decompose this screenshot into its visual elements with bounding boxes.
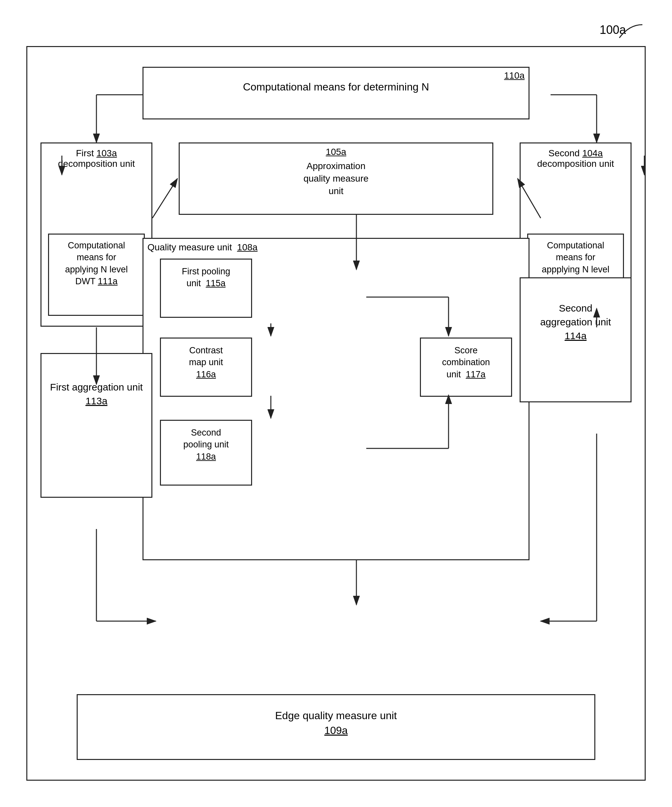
text-118a: Secondpooling unit118a xyxy=(161,421,251,468)
box-117a: Scorecombinationunit 117a xyxy=(420,337,512,397)
box-114a: Secondaggregation unit114a xyxy=(520,277,632,402)
text-105a: Approximationquality measureunit xyxy=(180,157,492,200)
box-113a: First aggregation unit113a xyxy=(40,353,152,498)
box-111a: Computationalmeans forapplying N levelDW… xyxy=(48,234,145,316)
label-103a: 103a xyxy=(96,148,117,158)
diagram-container: 100a 110a Computational means for determ… xyxy=(20,20,652,787)
outer-box: 110a Computational means for determining… xyxy=(26,46,646,781)
text-109a: Edge quality measure unit109a xyxy=(78,695,594,751)
label-104a: 104a xyxy=(582,148,602,158)
box-115a: First poolingunit 115a xyxy=(160,259,252,318)
label-105a: 105a xyxy=(326,147,346,157)
text-103a-sub: decomposition unit xyxy=(42,159,151,169)
box-118a: Secondpooling unit118a xyxy=(160,420,252,486)
text-103a-title: First xyxy=(76,148,96,158)
text-104a-title: Second xyxy=(548,148,582,158)
text-108a: Quality measure unit 108a xyxy=(147,242,258,252)
svg-line-10 xyxy=(152,179,177,218)
box-105a: 105a Approximationquality measureunit xyxy=(179,143,493,215)
box-103a: First 103a decomposition unit Computatio… xyxy=(40,143,152,327)
text-114a: Secondaggregation unit114a xyxy=(521,278,630,366)
text-110a: Computational means for determining N xyxy=(143,78,529,96)
text-116a: Contrastmap unit116a xyxy=(161,339,251,386)
text-113a: First aggregation unit113a xyxy=(42,354,151,434)
text-104a-sub: decomposition unit xyxy=(521,159,630,169)
box-116a: Contrastmap unit116a xyxy=(160,337,252,397)
box-109a: Edge quality measure unit109a xyxy=(77,694,595,760)
text-115a: First poolingunit 115a xyxy=(161,259,251,296)
text-117a: Scorecombinationunit 117a xyxy=(421,339,511,386)
box-108a: Quality measure unit 108a First poolingu… xyxy=(143,238,529,560)
text-111a: Computationalmeans forapplying N levelDW… xyxy=(49,234,144,292)
box-110a: 110a Computational means for determining… xyxy=(143,67,529,120)
